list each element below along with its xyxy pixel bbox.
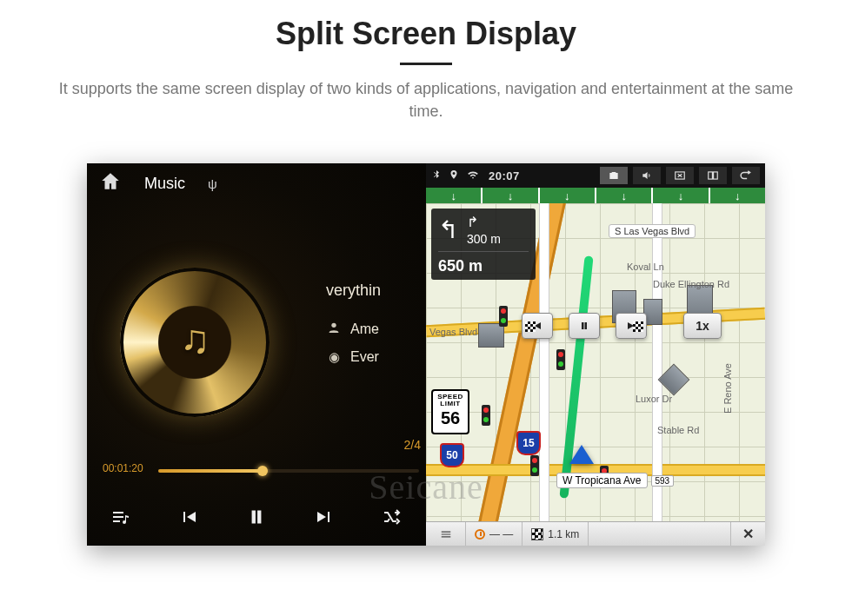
street-name: W Tropicana Ave: [556, 473, 648, 488]
track-counter: 2/4: [404, 438, 421, 452]
seek-thumb[interactable]: [257, 466, 268, 476]
street-label: Stable Rd: [652, 424, 704, 436]
lane-arrow: ↓: [710, 188, 765, 203]
title-underline: [400, 63, 452, 65]
remaining-cell[interactable]: 1.1 km: [523, 522, 589, 546]
nav-close-button[interactable]: ✕: [730, 522, 765, 546]
status-clock: 20:07: [489, 169, 520, 182]
song-title-row: verythin: [326, 282, 381, 300]
seek-fill: [158, 469, 263, 473]
music-note-icon: ♫: [180, 315, 210, 362]
checkered-flag-icon: [525, 321, 536, 332]
music-topbar: Music ψ: [87, 163, 426, 203]
traffic-light-icon: [482, 405, 490, 426]
eta-cell[interactable]: — —: [466, 522, 523, 546]
street-label: Koval Ln: [622, 261, 669, 273]
status-bar: 20:07: [426, 163, 765, 188]
highway-shield: 15: [516, 431, 541, 455]
track-metadata: verythin Ame ◉ Ever: [326, 269, 381, 377]
disc-icon: ◉: [326, 349, 342, 365]
album-art[interactable]: ♫: [120, 268, 270, 417]
lane-arrow: ↓: [540, 188, 596, 203]
next-button[interactable]: [307, 507, 342, 533]
speed-limit-label: SPEED LIMIT: [433, 394, 468, 408]
svg-rect-2: [709, 172, 713, 179]
street-label: S Las Vegas Blvd: [609, 224, 696, 238]
checkered-flag-icon: [531, 528, 543, 540]
playlist-button[interactable]: [103, 507, 138, 533]
lane-guidance-bar: ↓ ↓ ↓ ↓ ↓ ↓: [426, 188, 765, 203]
shuffle-button[interactable]: [375, 507, 409, 533]
usb-icon: ψ: [208, 176, 217, 191]
route-number: 593: [651, 475, 675, 487]
split-screen-button[interactable]: [699, 167, 727, 184]
turn-left-icon: ↰: [438, 218, 458, 242]
music-pane: Music ψ ♫ verythin Ame ◉ Ever 2/4 00:01:…: [87, 163, 426, 546]
prev-button[interactable]: [171, 507, 206, 533]
street-label: E Reno Ave: [722, 358, 734, 419]
road: [539, 203, 549, 521]
building: [478, 323, 504, 348]
album-name: Ever: [350, 349, 379, 365]
lane-arrow: ↓: [426, 188, 483, 203]
location-icon: [449, 169, 459, 183]
next-turn-distance: 300 m: [467, 232, 501, 246]
seek-bar[interactable]: 00:01:20: [103, 464, 419, 480]
nav-bottom-bar: — — 1.1 km ✕: [426, 521, 765, 546]
sim-prev-button[interactable]: [522, 313, 553, 339]
lane-arrow: ↓: [596, 188, 653, 203]
page-description: It supports the same screen display of t…: [52, 77, 800, 123]
player-controls: [87, 493, 426, 546]
street-label: Duke Ellington Rd: [648, 278, 735, 290]
lane-arrow: ↓: [653, 188, 709, 203]
device-frame: Music ψ ♫ verythin Ame ◉ Ever 2/4 00:01:…: [87, 163, 765, 546]
album-row: ◉ Ever: [326, 349, 381, 365]
next-turn-icon: ↱: [467, 214, 501, 230]
highway-shield: 50: [440, 443, 464, 467]
artist-row: Ame: [326, 321, 381, 337]
navigation-pane: 20:07 ↓ ↓: [426, 163, 765, 546]
sim-pause-button[interactable]: [569, 313, 600, 339]
street-label: Luxor Dr: [630, 393, 677, 405]
screenshot-button[interactable]: [600, 167, 628, 184]
music-app-label: Music: [144, 175, 185, 193]
volume-button[interactable]: [633, 167, 661, 184]
turn-panel: ↰ ↱ 300 m 650 m: [431, 209, 536, 280]
song-title: verythin: [326, 282, 381, 300]
nav-menu-button[interactable]: [426, 522, 466, 546]
back-button[interactable]: [732, 167, 760, 184]
elapsed-time: 00:01:20: [103, 462, 143, 474]
page-title: Split Screen Display: [0, 16, 852, 52]
wifi-icon: [466, 169, 480, 183]
clock-icon: [475, 529, 485, 540]
traffic-light-icon: [499, 306, 508, 327]
vehicle-marker: [569, 445, 594, 464]
current-turn-distance: 650 m: [438, 257, 529, 275]
pause-button[interactable]: [239, 506, 274, 534]
sim-speed-button[interactable]: 1x: [683, 313, 722, 339]
street-label: Vegas Blvd: [429, 327, 477, 337]
sim-next-button[interactable]: [616, 313, 647, 339]
speed-limit-value: 56: [433, 409, 468, 427]
person-icon: [326, 321, 342, 337]
eta-dash: — —: [489, 528, 513, 540]
street-label-tropicana: W Tropicana Ave 593: [556, 473, 674, 488]
lane-arrow: ↓: [483, 188, 539, 203]
speed-limit-sign: SPEED LIMIT 56: [431, 389, 469, 434]
traffic-light-icon: [530, 455, 539, 476]
traffic-light-icon: [556, 349, 565, 370]
svg-point-0: [331, 323, 336, 328]
home-icon[interactable]: [99, 170, 122, 196]
close-app-button[interactable]: [666, 167, 694, 184]
remaining-distance: 1.1 km: [548, 528, 579, 540]
artist-name: Ame: [350, 321, 379, 337]
checkered-flag-icon: [633, 321, 643, 332]
svg-rect-3: [714, 172, 718, 179]
bluetooth-icon: [431, 169, 442, 183]
